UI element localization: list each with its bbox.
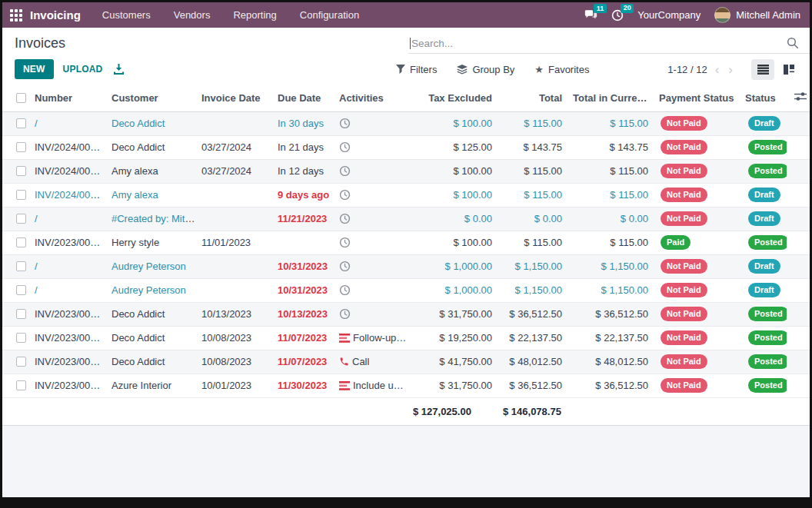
payment-status-cell: Not Paid (656, 183, 742, 207)
table-row[interactable]: /Audrey Peterson10/31/2023$ 1,000.00$ 1,… (2, 254, 812, 278)
col-customer[interactable]: Customer (108, 85, 198, 111)
row-checkbox[interactable] (16, 333, 26, 343)
menu-vendors[interactable]: Vendors (174, 9, 211, 21)
invoice-customer: Deco Addict (108, 111, 198, 135)
row-select-cell[interactable] (2, 350, 32, 374)
company-switcher[interactable]: YourCompany (637, 9, 701, 21)
menu-customers[interactable]: Customers (102, 9, 151, 21)
invoice-date (198, 278, 275, 302)
column-settings-icon[interactable] (794, 91, 807, 101)
prev-page-icon[interactable]: ‹ (714, 63, 721, 76)
row-checkbox[interactable] (16, 261, 26, 271)
apps-grid-icon[interactable] (10, 9, 22, 22)
table-row[interactable]: INV/2023/00005Herry style11/01/2023$ 100… (2, 231, 812, 254)
new-button[interactable]: NEW (15, 59, 54, 79)
invoice-date (198, 183, 275, 207)
col-total[interactable]: Total (500, 85, 570, 111)
table-row[interactable]: /Audrey Peterson10/31/2023$ 1,000.00$ 1,… (2, 278, 812, 302)
row-select-cell[interactable] (2, 278, 32, 302)
activity-clock-icon[interactable] (339, 141, 351, 153)
column-settings-cell[interactable] (787, 85, 812, 111)
activity-clock-icon[interactable] (339, 261, 351, 272)
status-badge: Draft (748, 116, 780, 131)
menu-configuration[interactable]: Configuration (300, 9, 359, 21)
payment-status-badge: Not Paid (661, 211, 707, 226)
activity-list-icon[interactable] (339, 381, 350, 390)
activity-clock-icon[interactable] (339, 308, 351, 320)
upload-button[interactable]: UPLOAD (63, 64, 103, 75)
row-checkbox[interactable] (16, 166, 26, 176)
row-checkbox[interactable] (16, 142, 26, 152)
row-checkbox[interactable] (16, 118, 26, 128)
download-icon[interactable] (113, 64, 125, 75)
col-due-date[interactable]: Due Date (275, 85, 336, 111)
row-checkbox[interactable] (16, 380, 26, 390)
control-panel: Invoices Search... NEW UPLOAD (2, 28, 810, 85)
col-invoice-date[interactable]: Invoice Date (198, 85, 275, 111)
phone-icon[interactable] (339, 357, 349, 367)
activities-button[interactable]: 20 (611, 9, 624, 22)
row-select-cell[interactable] (2, 231, 32, 254)
row-select-cell[interactable] (2, 374, 32, 397)
activity-clock-icon[interactable] (339, 284, 351, 296)
col-activities[interactable]: Activities (336, 85, 410, 111)
messages-button[interactable]: 11 (584, 9, 597, 21)
app-name[interactable]: Invoicing (30, 8, 81, 22)
select-all-checkbox[interactable] (16, 93, 26, 103)
search-icon[interactable] (787, 37, 799, 49)
col-payment-status[interactable]: Payment Status (656, 85, 742, 111)
filters-button[interactable]: Filters (396, 64, 437, 75)
table-row[interactable]: INV/2024/00003Deco Addict03/27/2024In 21… (2, 135, 812, 159)
row-select-cell[interactable] (2, 254, 32, 278)
table-row[interactable]: INV/2023/00002Deco Addict10/08/202311/07… (2, 350, 812, 374)
table-row[interactable]: INV/2023/00004Deco Addict10/13/202310/13… (2, 302, 812, 326)
row-checkbox[interactable] (16, 237, 26, 247)
table-row[interactable]: /Deco AddictIn 30 days$ 100.00$ 115.00$ … (2, 111, 812, 135)
invoice-tax-excluded: $ 19,250.00 (410, 326, 500, 350)
invoice-total: $ 115.00 (500, 183, 570, 207)
group-by-button[interactable]: Group By (457, 64, 514, 75)
col-tax-excluded[interactable]: Tax Excluded (410, 85, 500, 111)
next-page-icon[interactable]: › (727, 63, 734, 76)
favorites-button[interactable]: ★ Favorites (534, 64, 589, 75)
row-checkbox[interactable] (16, 309, 26, 319)
row-select-cell[interactable] (2, 302, 32, 326)
row-select-cell[interactable] (2, 207, 32, 231)
activity-clock-icon[interactable] (339, 213, 351, 224)
activity-clock-icon[interactable] (339, 189, 351, 201)
col-status[interactable]: Status (742, 85, 787, 111)
list-view-button[interactable] (751, 59, 774, 80)
search-input[interactable]: Search... (408, 34, 810, 54)
table-row[interactable]: /#Created by: Mitch...11/21/2023$ 0.00$ … (2, 207, 812, 231)
row-checkbox[interactable] (16, 285, 26, 295)
col-total-currency[interactable]: Total in Curren... (570, 85, 656, 111)
kanban-view-button[interactable] (777, 59, 800, 80)
row-select-cell[interactable] (2, 183, 32, 207)
table-row[interactable]: INV/2023/00003Deco Addict10/08/202311/07… (2, 326, 812, 350)
activity-clock-icon[interactable] (339, 118, 351, 129)
row-checkbox[interactable] (16, 357, 26, 367)
tax-excluded-sum: $ 127,025.00 (410, 397, 500, 425)
status-cell: Posted (742, 231, 787, 254)
table-row[interactable]: INV/2024/00002Amy alexa03/27/2024In 12 d… (2, 159, 812, 183)
payment-status-cell: Not Paid (656, 326, 742, 350)
row-checkbox[interactable] (16, 190, 26, 200)
activity-clock-icon[interactable] (339, 237, 351, 248)
table-row[interactable]: INV/2024/00001Amy alexa9 days ago$ 100.0… (2, 183, 812, 207)
row-select-cell[interactable] (2, 326, 32, 350)
invoice-number: / (32, 207, 108, 231)
select-all-cell[interactable] (2, 85, 32, 111)
pager-range[interactable]: 1-12 / 12 (667, 64, 707, 75)
invoice-activity-cell (336, 254, 410, 278)
table-row[interactable]: INV/2023/00001Azure Interior10/01/202311… (2, 374, 812, 397)
row-select-cell[interactable] (2, 159, 32, 183)
menu-reporting[interactable]: Reporting (233, 9, 276, 21)
user-menu[interactable]: Mitchell Admin (714, 7, 800, 23)
col-number[interactable]: Number (32, 85, 108, 111)
row-checkbox[interactable] (16, 214, 26, 224)
payment-status-badge: Not Paid (661, 188, 707, 202)
row-select-cell[interactable] (2, 111, 32, 135)
activity-list-icon[interactable] (339, 334, 350, 343)
activity-clock-icon[interactable] (339, 165, 351, 177)
row-select-cell[interactable] (2, 135, 32, 159)
